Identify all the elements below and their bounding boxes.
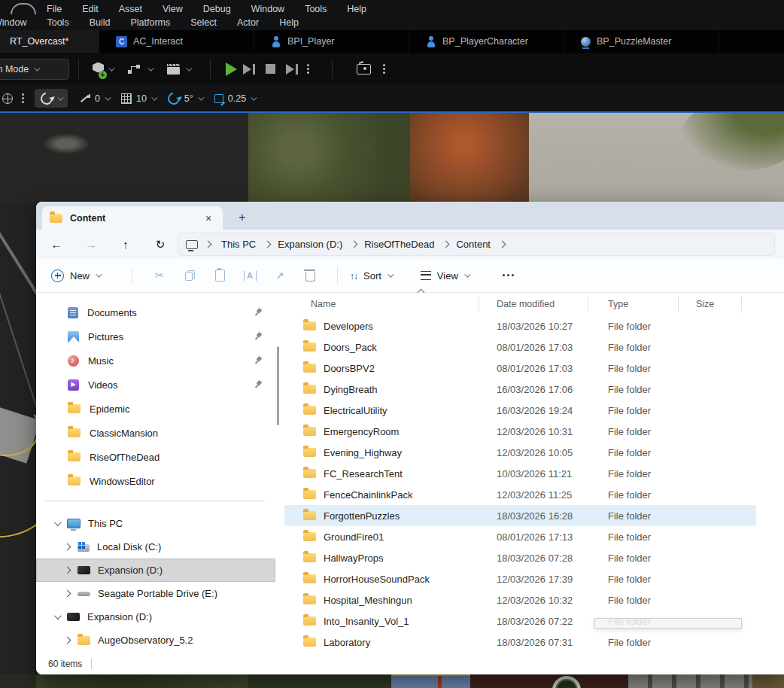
rotation-snapping-control[interactable]: 5° [168,93,202,105]
blueprints-button[interactable] [128,64,141,75]
tree-item[interactable]: Expansion (D:) [36,559,275,582]
menu-item[interactable]: Help [347,4,366,14]
grid-snapping-control[interactable]: 10 [121,93,156,104]
tree-item[interactable]: Local Disk (C:) [36,535,275,559]
column-header-type[interactable]: Type [608,299,628,309]
sidebar-item[interactable]: Pictures [36,324,275,349]
tree-item[interactable]: Expansion (D:) [36,605,275,629]
snapbar-kebab-icon[interactable] [22,93,24,103]
viewport-bottom-strip[interactable] [0,674,784,688]
breadcrumb[interactable]: This PC Expansion (D:) RiseOfTheDead Con… [178,233,775,256]
file-row[interactable]: FC_ResearchTent 10/03/2026 11:21 File fo… [284,463,784,484]
column-divider[interactable] [741,296,742,312]
menu-item[interactable]: Debug [203,4,231,14]
file-row[interactable]: GroundFire01 08/01/2026 17:13 File folde… [284,526,784,547]
column-divider[interactable] [588,296,588,312]
sidebar-item[interactable]: ClassicMansion [36,421,275,445]
delete-button[interactable] [295,264,325,287]
expand-chevron-icon[interactable] [54,519,62,526]
viewport-3d-scene[interactable] [0,113,784,203]
forward-button[interactable] [80,238,102,251]
asset-tab[interactable]: BP_PlayerCharacter [409,30,564,53]
file-row[interactable]: Laboratory 18/03/2026 07:31 File folder [284,632,784,653]
breadcrumb-segment[interactable]: Expansion (D:) [273,236,360,252]
asset-tab[interactable]: RT_Overcast* [0,30,99,53]
sidebar-item[interactable]: Music [36,349,275,373]
surface-snapping-control[interactable]: 0 [80,93,109,104]
add-actor-button[interactable] [93,62,104,76]
menu-item[interactable]: Asset [119,4,142,14]
explorer-tab[interactable]: Content × [42,206,223,230]
asset-tab[interactable]: BP_PuzzleMaster [564,30,719,53]
viewport-camera-button[interactable] [357,64,371,75]
file-row[interactable]: DoorsBPV2 08/01/2026 17:03 File folder [284,358,784,379]
close-tab-icon[interactable]: × [202,212,215,224]
tree-item[interactable]: Seagate Portable Drive (E:) [36,582,275,605]
menu-item[interactable]: Window [251,4,284,14]
menu-item[interactable]: Tools [47,17,68,28]
back-button[interactable] [45,238,68,251]
file-row[interactable]: FenceChainlinkPack 12/03/2026 11:25 File… [284,484,784,505]
file-row[interactable]: HallwayProps 18/03/2026 07:28 File folde… [284,547,784,568]
add-actor-chevron-icon[interactable] [108,65,114,71]
new-button[interactable]: New [51,269,100,282]
menu-item[interactable]: Select [190,17,217,28]
share-button[interactable] [265,264,295,287]
eject-button[interactable] [286,64,298,75]
sidebar-item[interactable]: Epidemic [36,397,275,421]
selection-mode-dropdown[interactable]: ction Mode [0,59,69,80]
file-row[interactable]: Evening_Highway 12/03/2026 10:05 File fo… [284,442,784,463]
menu-item[interactable]: Tools [305,4,327,14]
expand-chevron-icon[interactable] [64,543,71,551]
file-row[interactable]: EmergencyRoom 12/03/2026 10:31 File fold… [284,421,784,442]
file-row[interactable]: DyingBreath 16/03/2026 17:06 File folder [284,379,784,400]
breadcrumb-segment[interactable]: This PC [217,236,273,252]
stop-button[interactable] [266,64,275,74]
sidebar-item[interactable]: RiseOfTheDead [36,445,275,469]
expand-chevron-icon[interactable] [64,567,71,574]
cut-button[interactable] [144,264,175,287]
breadcrumb-segment[interactable]: Content [451,236,508,252]
file-row[interactable]: ElectricalUtility 16/03/2026 19:24 File … [284,400,784,421]
copy-button[interactable] [175,264,205,287]
sidebar-item[interactable]: Documents [36,300,275,324]
paste-button[interactable] [205,264,235,287]
view-button[interactable]: View [421,270,469,282]
menu-item[interactable]: File [47,4,62,14]
sort-button[interactable]: Sort [350,270,392,282]
menu-item[interactable]: Window [0,17,26,28]
menu-item[interactable]: Help [279,17,299,28]
see-more-button[interactable] [494,264,524,287]
menu-item[interactable]: View [163,4,183,14]
column-header-name[interactable]: Name [311,299,336,309]
refresh-button[interactable] [149,238,172,251]
rename-button[interactable]: A [235,264,265,287]
breadcrumb-segment[interactable]: RiseOfTheDead [360,236,451,252]
frame-skip-button[interactable] [243,64,255,75]
cinematics-button[interactable] [167,67,180,75]
tree-item[interactable]: This PC [36,512,275,535]
tree-item[interactable]: AugeObservatory_5.2 [36,629,275,652]
file-row[interactable]: HorrorHouseSoundPack 12/03/2026 17:39 Fi… [284,568,784,589]
world-coords-icon[interactable] [2,93,13,104]
scale-snapping-control[interactable]: 0.25 [214,93,255,104]
menu-item[interactable]: Build [90,17,111,28]
column-header-date[interactable]: Date modified [497,299,555,309]
play-button[interactable] [226,62,237,76]
column-header-size[interactable]: Size [696,299,714,309]
column-divider[interactable] [479,296,479,312]
file-row[interactable]: Doors_Pack 08/01/2026 17:03 File folder [284,336,784,358]
menu-item[interactable]: Actor [237,17,259,28]
cinematics-chevron-icon[interactable] [186,65,192,71]
viewport-left-strip[interactable] [0,203,36,674]
menu-item[interactable]: Edit [82,4,99,14]
expand-chevron-icon[interactable] [64,637,71,644]
expand-chevron-icon[interactable] [54,612,62,620]
play-options-kebab-icon[interactable] [307,64,309,74]
asset-tab[interactable]: BPI_Player [254,30,409,53]
new-tab-button[interactable]: + [233,209,251,227]
expand-chevron-icon[interactable] [64,590,71,598]
file-row[interactable]: Hospital_Meshingun 12/03/2026 10:32 File… [284,589,784,610]
sidebar-item[interactable]: WindowsEditor [36,469,275,493]
asset-tab[interactable]: AC_Interact [99,30,254,53]
